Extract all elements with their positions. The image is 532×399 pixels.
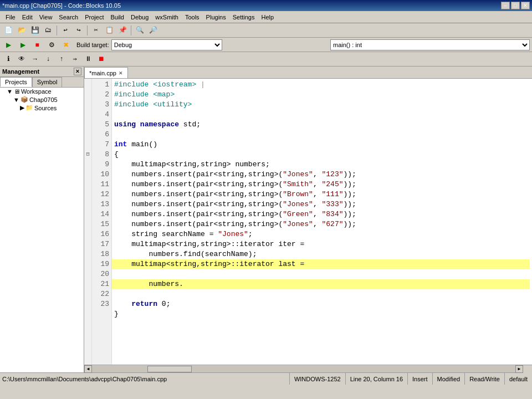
tab-projects[interactable]: Projects [0,77,32,87]
replace-button[interactable]: 🔎 [147,24,159,37]
toolbar-sep2 [87,25,88,35]
code-tab-main[interactable]: *main.cpp ✕ [84,67,128,78]
save-button[interactable]: 💾 [29,24,41,37]
stop-debug-btn[interactable]: ⏹ [95,53,108,65]
step-out-btn[interactable]: ↑ [55,53,68,65]
management-close-button[interactable]: ✕ [74,68,81,75]
menu-build[interactable]: Build [107,13,127,22]
project-expand-icon: ▼ [13,96,19,103]
break-btn[interactable]: ⏸ [82,53,94,65]
project-tree: ▼ 🖥 Workspace ▼ 📦 Chap0705 ▶ 📁 Sources [0,88,84,372]
step-over-btn[interactable]: → [29,53,41,65]
status-position: Line 20, Column 16 [345,373,407,385]
status-insert-mode: Insert [407,373,432,385]
step-into-btn[interactable]: ↓ [42,53,54,65]
status-mode2: default [504,373,532,385]
workspace-expand-icon: ▼ [7,88,13,95]
minimize-button[interactable]: − [501,2,510,9]
tree-sources[interactable]: ▶ 📁 Sources [0,104,84,112]
menu-help[interactable]: Help [258,13,277,22]
title-text: *main.cpp [Chap0705] - Code::Blocks 10.0… [2,2,121,9]
toolbar-sep3 [131,25,131,35]
management-header: Management ✕ [0,66,84,77]
status-bar: C:\Users\mmcmillan\Documents\advcpp\Chap… [0,372,532,385]
menu-tools[interactable]: Tools [182,13,203,22]
menu-project[interactable]: Project [81,13,107,22]
menu-bar: File Edit View Search Project Build Debu… [0,11,532,23]
toolbar-sep1 [57,25,57,35]
tab-bar: *main.cpp ✕ [84,66,532,79]
project-icon: 📦 [21,96,28,103]
project-label: Chap0705 [29,96,58,103]
add-watch-btn[interactable]: 👁 [16,53,28,65]
find-button[interactable]: 🔍 [134,24,146,37]
scroll-track[interactable] [92,366,515,372]
tree-workspace[interactable]: ▼ 🖥 Workspace [0,88,84,95]
menu-wxsmith[interactable]: wxSmith [152,13,182,22]
debug-info-btn[interactable]: ℹ [2,53,14,65]
status-access: Read/Write [464,373,504,385]
menu-plugins[interactable]: Plugins [203,13,229,22]
maximize-button[interactable]: □ [511,2,520,9]
workspace-icon: 🖥 [14,88,20,95]
editor[interactable]: ⊟ 1 2 3 4 5 [84,79,532,365]
function-dropdown[interactable]: main() : int [330,39,530,50]
title-bar-buttons: − □ ✕ [501,2,530,9]
undo-button[interactable]: ↩ [59,24,71,37]
left-panel: Management ✕ Projects Symbol ▼ 🖥 Workspa… [0,66,84,372]
workspace-label: Workspace [21,88,52,95]
next-btn[interactable]: ⇒ [69,53,81,65]
close-button[interactable]: ✕ [521,2,530,9]
debug-toolbar: ℹ 👁 → ↓ ↑ ⇒ ⏸ ⏹ [0,52,532,66]
menu-file[interactable]: File [2,13,19,22]
menu-edit[interactable]: Edit [19,13,36,22]
open-button[interactable]: 📂 [16,24,28,37]
run-icon[interactable]: ▶ [2,39,14,51]
menu-view[interactable]: View [36,13,56,22]
resize-corner [523,365,532,373]
new-button[interactable]: 📄 [2,24,14,37]
build-target-bar: ▶ ▶ ■ ⚙ ✖ Build target: Debug Release ma… [0,38,532,52]
build-target-label: Build target: [76,42,109,48]
sources-expand-icon: ▶ [20,104,24,111]
fold-area: ⊟ [84,79,92,365]
code-tab-label: *main.cpp [89,70,116,76]
code-area: *main.cpp ✕ ⊟ [84,66,532,372]
tree-project[interactable]: ▼ 📦 Chap0705 [0,95,84,104]
cut-button[interactable]: ✂ [90,24,102,37]
main-area: Management ✕ Projects Symbol ▼ 🖥 Workspa… [0,66,532,372]
scroll-thumb[interactable] [147,366,192,372]
panel-tabs: Projects Symbol [0,77,84,88]
status-path: C:\Users\mmcmillan\Documents\advcpp\Chap… [0,376,289,382]
menu-search[interactable]: Search [55,13,81,22]
save-all-button[interactable]: 🗂 [42,24,54,37]
menu-settings[interactable]: Settings [229,13,258,22]
line-numbers: 1 2 3 4 5 6 7 8 9 10 11 12 13 14 15 16 1… [92,79,112,365]
scroll-left-button[interactable]: ◀ [84,365,92,373]
title-bar: *main.cpp [Chap0705] - Code::Blocks 10.0… [0,0,532,11]
sources-label: Sources [34,105,57,111]
redo-button[interactable]: ↪ [73,24,85,37]
tab-symbol[interactable]: Symbol [32,77,63,87]
sources-folder-icon: 📁 [25,104,33,111]
stop-button[interactable]: ■ [31,39,43,51]
status-encoding: WINDOWS-1252 [289,373,345,385]
main-toolbar: 📄 📂 💾 🗂 ↩ ↪ ✂ 📋 📌 🔍 🔎 [0,23,532,38]
build-run-button[interactable]: ▶ [17,39,29,51]
fold-marker-8[interactable]: ⊟ [84,150,91,160]
build-target-select[interactable]: Debug Release [111,39,222,50]
menu-debug[interactable]: Debug [127,13,152,22]
paste-button[interactable]: 📌 [116,24,129,37]
copy-button[interactable]: 📋 [103,24,115,37]
abort-button[interactable]: ✖ [60,39,72,51]
rebuild-button[interactable]: ⚙ [45,39,58,51]
code-content[interactable]: #include <iostream> | #include <map> #in… [112,79,532,365]
status-modified: Modified [432,373,465,385]
management-label: Management [2,68,39,75]
tab-close-button[interactable]: ✕ [119,70,123,76]
scroll-right-button[interactable]: ▶ [515,365,523,373]
horizontal-scrollbar[interactable]: ◀ ▶ [84,365,532,372]
